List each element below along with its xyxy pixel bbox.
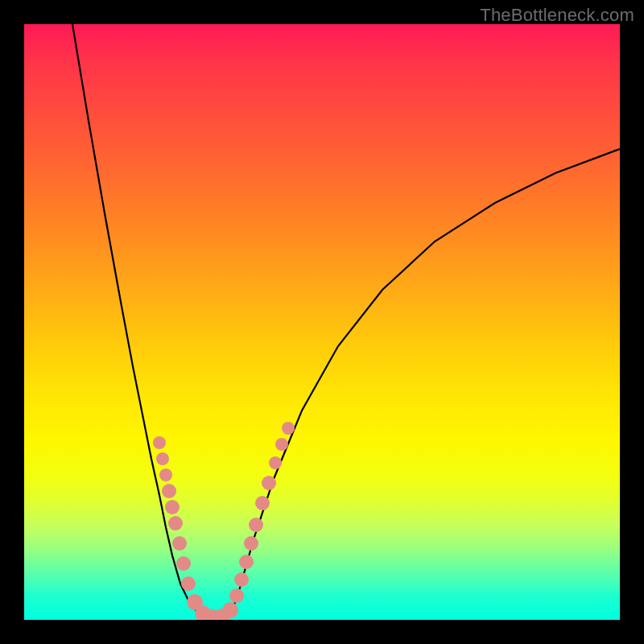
- bead-point: [162, 484, 176, 498]
- bead-point: [239, 555, 254, 569]
- bead-point: [234, 572, 249, 587]
- bead-point: [159, 469, 172, 481]
- bead-point: [282, 422, 295, 435]
- curve-group: [72, 24, 620, 617]
- bead-point: [156, 452, 169, 465]
- bead-point: [168, 516, 183, 530]
- bead-point: [275, 438, 288, 451]
- bead-point: [269, 456, 282, 469]
- bead-point: [181, 576, 196, 591]
- bead-point: [255, 496, 270, 510]
- chart-svg: [24, 24, 620, 620]
- bead-point: [172, 536, 187, 551]
- bead-point: [176, 556, 191, 571]
- bead-point: [249, 518, 263, 532]
- bead-point: [153, 436, 166, 449]
- plot-area: [24, 24, 620, 620]
- bead-group: [153, 422, 295, 620]
- bead-point: [165, 500, 180, 514]
- bead-point: [262, 476, 276, 490]
- watermark-text: TheBottleneck.com: [480, 5, 634, 26]
- bottleneck-curve: [72, 24, 620, 617]
- bead-point: [222, 602, 238, 618]
- bead-point: [229, 588, 244, 603]
- bead-point: [244, 536, 258, 551]
- chart-stage: TheBottleneck.com: [0, 0, 644, 644]
